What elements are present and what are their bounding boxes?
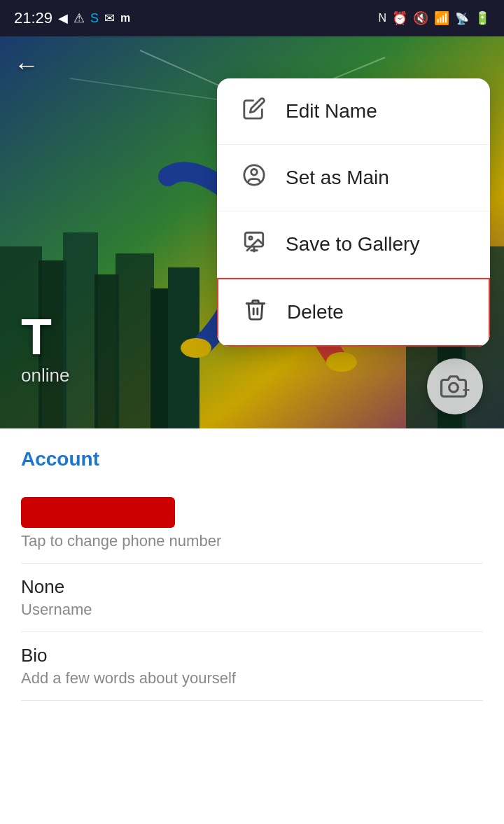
svg-rect-3 (63, 232, 98, 428)
hero-section: ← Edit Name Set as Main (0, 36, 504, 428)
phone-field[interactable]: Tap to change phone number (21, 484, 483, 564)
mute-icon: 🔇 (413, 11, 428, 26)
save-gallery-label: Save to Gallery (286, 233, 419, 256)
back-arrow-icon: ← (14, 50, 39, 79)
trash-icon (244, 298, 267, 327)
dropdown-menu: Edit Name Set as Main (217, 78, 490, 347)
account-section-title: Account (21, 448, 483, 470)
camera-plus-icon: + (463, 383, 470, 398)
status-bar: 21:29 ◀ ⚠ S ✉ m N ⏰ 🔇 📶 📡 🔋 (0, 0, 504, 36)
username-field[interactable]: None Username (21, 564, 483, 632)
menu-item-edit-name[interactable]: Edit Name (217, 78, 490, 145)
menu-item-save-gallery[interactable]: Save to Gallery (217, 211, 490, 278)
profile-status: online (21, 365, 69, 386)
battery-icon: 🔋 (475, 11, 490, 26)
messenger-icon: m (120, 12, 130, 25)
svg-point-19 (181, 338, 211, 358)
pencil-icon (242, 97, 266, 126)
username-value: None (21, 576, 483, 598)
status-bar-left: 21:29 ◀ ⚠ S ✉ m (14, 9, 130, 27)
username-label: Username (21, 601, 483, 619)
person-circle-icon (242, 163, 266, 193)
location-icon: ◀ (58, 11, 68, 26)
signal-icon: 📡 (455, 12, 469, 25)
skype-icon: S (90, 11, 99, 26)
set-main-label: Set as Main (286, 167, 389, 189)
back-button[interactable]: ← (14, 50, 39, 80)
phone-redacted-value (21, 497, 175, 528)
bio-hint: Add a few words about yourself (21, 669, 483, 687)
svg-point-30 (449, 383, 458, 392)
camera-fab-button[interactable]: + (427, 358, 483, 414)
status-bar-right: N ⏰ 🔇 📶 📡 🔋 (378, 11, 490, 26)
menu-item-delete[interactable]: Delete (217, 278, 490, 347)
menu-item-set-main[interactable]: Set as Main (217, 145, 490, 211)
bio-field[interactable]: Bio Add a few words about yourself (21, 632, 483, 701)
alarm-icon: ⏰ (392, 11, 407, 26)
alert-icon: ⚠ (74, 11, 85, 26)
image-download-icon (242, 230, 266, 259)
bio-value: Bio (21, 645, 483, 666)
mail-icon: ✉ (104, 11, 115, 26)
profile-initial: T (21, 308, 52, 365)
svg-point-20 (326, 352, 357, 372)
svg-point-27 (249, 237, 252, 239)
status-time: 21:29 (14, 9, 52, 27)
n-icon: N (378, 12, 386, 25)
phone-hint: Tap to change phone number (21, 532, 483, 550)
edit-name-label: Edit Name (286, 100, 377, 123)
wifi-icon: 📶 (434, 11, 449, 26)
delete-label: Delete (287, 301, 344, 323)
svg-rect-5 (115, 253, 154, 428)
account-section: Account Tap to change phone number None … (0, 428, 504, 701)
svg-point-25 (251, 169, 258, 176)
svg-rect-4 (94, 274, 119, 428)
